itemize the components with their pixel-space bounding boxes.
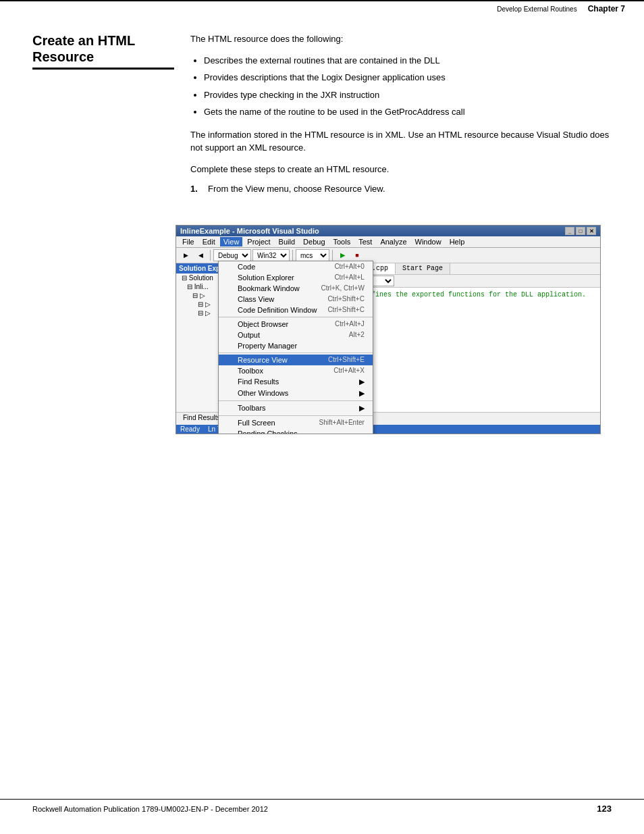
dd-class-view[interactable]: Class View Ctrl+Shift+C (219, 294, 373, 305)
dd-toolbars-arrow: ▶ (359, 404, 365, 413)
dd-class-view-label: Class View (238, 295, 274, 303)
dd-code-definition-label: Code Definition Window (238, 306, 317, 314)
chapter-label: Chapter 7 (588, 4, 625, 14)
dd-solution-explorer-label: Solution Explorer (238, 273, 294, 282)
dd-sep-1 (219, 317, 373, 317)
dd-object-browser-shortcut: Ctrl+Alt+J (335, 320, 365, 328)
tab-startpage[interactable]: Start Page (396, 263, 450, 274)
toolbar-stop-btn[interactable]: ■ (350, 249, 364, 261)
dd-toolbox[interactable]: Toolbox Ctrl+Alt+X (219, 365, 373, 376)
step-1-text: From the View menu, choose Resource View… (208, 184, 385, 194)
dd-code-definition[interactable]: Code Definition Window Ctrl+Shift+C (219, 305, 373, 315)
dd-other-windows-arrow: ▶ (359, 389, 365, 398)
section-title-col: Create an HTML Resource (32, 32, 174, 203)
toolbar-sep-1 (210, 250, 211, 261)
menu-debug[interactable]: Debug (300, 237, 328, 246)
footer-pub-info: Rockwell Automation Publication 1789-UM0… (32, 805, 268, 813)
page-footer: Rockwell Automation Publication 1789-UM0… (0, 799, 644, 818)
toolbar-sep-3 (332, 250, 333, 261)
vs-screenshot: InlineExample - Microsoft Visual Studio … (176, 225, 601, 434)
steps-intro: Complete these steps to create an HTML r… (190, 163, 612, 176)
bullet-item-4: Gets the name of the routine to be used … (204, 105, 612, 119)
menu-help[interactable]: Help (446, 237, 468, 246)
dd-bookmark-window[interactable]: Bookmark Window Ctrl+K, Ctrl+W (219, 283, 373, 294)
dd-sep-3 (219, 400, 373, 401)
win-controls: _ □ ✕ (565, 227, 596, 235)
debug-config-dropdown[interactable]: Debug (213, 249, 251, 261)
footer-page-num: 123 (597, 804, 612, 814)
platform-dropdown[interactable]: Win32 (252, 249, 290, 261)
dd-solution-explorer[interactable]: Solution Explorer Ctrl+Alt+L (219, 272, 373, 283)
toolbar-run-btn[interactable]: ▶ (336, 249, 349, 261)
menu-window[interactable]: Window (412, 237, 445, 246)
body-paragraph1: The information stored in the HTML resou… (190, 128, 612, 155)
main-content: Create an HTML Resource The HTML resourc… (0, 16, 644, 219)
dd-sep-2 (219, 353, 373, 353)
dd-solution-explorer-shortcut: Ctrl+Alt+L (334, 273, 364, 282)
dd-toolbox-label: Toolbox (238, 367, 263, 375)
dd-object-browser[interactable]: Object Browser Ctrl+Alt+J (219, 319, 373, 330)
dd-property-manager[interactable]: Property Manager (219, 340, 373, 351)
section-title: Create an HTML Resource (32, 32, 174, 70)
dd-code[interactable]: Code Ctrl+Alt+0 (219, 261, 373, 272)
dd-resource-view-label: Resource View (238, 356, 288, 364)
dd-output-label: Output (238, 331, 260, 339)
dd-full-screen-shortcut: Shift+Alt+Enter (319, 419, 365, 427)
toolbar-btn-2[interactable]: ◀ (194, 249, 207, 261)
dd-class-view-shortcut: Ctrl+Shift+C (327, 295, 364, 303)
vs-menubar: File Edit View Project Build Debug Tools… (176, 236, 600, 248)
menu-project[interactable]: Project (244, 237, 273, 246)
view-dropdown-menu: Code Ctrl+Alt+0 Solution Explorer Ctrl+A… (218, 261, 373, 434)
dd-other-windows-label: Other Windows (238, 389, 288, 398)
dd-full-screen[interactable]: Full Screen Shift+Alt+Enter (219, 417, 373, 428)
bullet-list: Describes the external routines that are… (190, 54, 612, 119)
toolbar-sep-2 (292, 250, 293, 261)
dd-toolbars[interactable]: Toolbars ▶ (219, 402, 373, 414)
develop-external-routines-label: Develop External Routines (497, 5, 576, 13)
menu-file[interactable]: File (179, 237, 198, 246)
dd-bookmark-label: Bookmark Window (238, 284, 300, 292)
dd-full-screen-label: Full Screen (238, 419, 275, 427)
mcs-dropdown[interactable]: mcs (296, 249, 329, 261)
dd-find-results-label: Find Results (238, 377, 279, 386)
dd-resource-view-shortcut: Ctrl+Shift+E (328, 356, 365, 364)
status-ready: Ready (180, 425, 200, 433)
dd-other-windows[interactable]: Other Windows ▶ (219, 388, 373, 399)
restore-button[interactable]: □ (576, 227, 585, 235)
dd-output[interactable]: Output Alt+2 (219, 330, 373, 340)
bullet-item-1: Describes the external routines that are… (204, 54, 612, 68)
menu-build[interactable]: Build (275, 237, 298, 246)
dd-sep-4 (219, 415, 373, 416)
dd-pending-checkins-label: Pending Checkins (238, 429, 298, 434)
close-button[interactable]: ✕ (587, 227, 596, 235)
menu-analyze[interactable]: Analyze (377, 237, 410, 246)
dd-code-label: Code (238, 263, 255, 271)
menu-view[interactable]: View (220, 237, 243, 246)
minimize-button[interactable]: _ (565, 227, 574, 235)
toolbar-btn-1[interactable]: ▶ (179, 249, 192, 261)
dd-bookmark-shortcut: Ctrl+K, Ctrl+W (321, 284, 364, 292)
vs-titlebar: InlineExample - Microsoft Visual Studio … (176, 226, 600, 236)
bullet-item-3: Provides type checking in the JXR instru… (204, 88, 612, 102)
dd-property-manager-label: Property Manager (238, 342, 297, 350)
step-1-num: 1. (190, 184, 203, 194)
dd-find-results-arrow: ▶ (359, 377, 365, 386)
dd-code-shortcut: Ctrl+Alt+0 (334, 263, 364, 271)
vs-window-title: InlineExample - Microsoft Visual Studio (180, 227, 319, 235)
step-1: 1. From the View menu, choose Resource V… (190, 184, 612, 194)
page-header: Develop External Routines Chapter 7 (0, 0, 644, 16)
dd-resource-view[interactable]: Resource View Ctrl+Shift+E (219, 355, 373, 365)
dd-code-definition-shortcut: Ctrl+Shift+C (327, 306, 364, 314)
dd-find-results[interactable]: Find Results ▶ (219, 376, 373, 388)
bullet-item-2: Provides descriptions that the Logix Des… (204, 71, 612, 84)
body-col: The HTML resource does the following: De… (190, 32, 612, 203)
body-intro: The HTML resource does the following: (190, 32, 612, 46)
dd-pending-checkins[interactable]: Pending Checkins (219, 428, 373, 434)
menu-tools[interactable]: Tools (330, 237, 354, 246)
menu-edit[interactable]: Edit (199, 237, 219, 246)
dd-output-shortcut: Alt+2 (349, 331, 365, 339)
dd-toolbox-shortcut: Ctrl+Alt+X (333, 367, 365, 375)
dd-object-browser-label: Object Browser (238, 320, 288, 328)
menu-test[interactable]: Test (355, 237, 375, 246)
dd-toolbars-label: Toolbars (238, 404, 266, 413)
